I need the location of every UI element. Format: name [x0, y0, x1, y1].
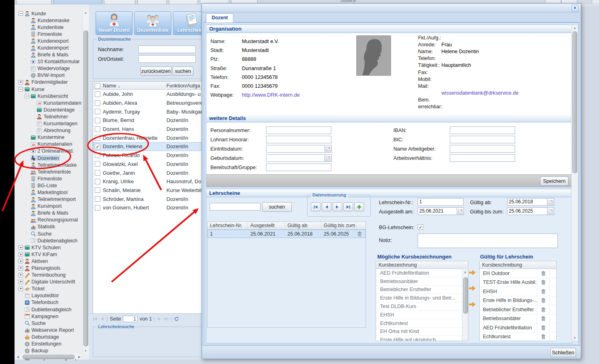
sidebar-item-dublettenabgleich[interactable]: Dublettenabgleich [15, 237, 82, 244]
suchen-button[interactable]: suchen [173, 66, 193, 76]
kursbeschreibung-item-betriebssanitäter[interactable]: Betriebssanitäter [480, 314, 556, 324]
refresh-icon[interactable] [174, 316, 179, 321]
sidebar-item-dozenten[interactable]: Dozenten [15, 155, 82, 161]
delete-icon[interactable] [541, 307, 546, 312]
nachname-input[interactable] [138, 46, 196, 53]
kursbezeichnung-item-aed-frühdefibrillation[interactable]: AED Frühdefibrillation [376, 269, 462, 277]
sidebar-item-dozententage[interactable]: Dozententage [15, 106, 82, 113]
name-arbeitgeber-input[interactable] [450, 145, 515, 153]
tree-expander-icon[interactable] [19, 287, 23, 291]
table-row-fahron-ricardo[interactable]: Fahron, RicardoDozent/in [93, 151, 210, 160]
scroll-down-icon[interactable]: ▼ [572, 336, 578, 340]
delete-icon[interactable] [541, 279, 546, 285]
geburtsdatum-input[interactable] [266, 154, 332, 162]
lehrschein-suchen-button[interactable]: suchen [262, 202, 292, 212]
first-page-icon[interactable] [93, 316, 98, 321]
schliessen-button[interactable]: Schließen [550, 348, 576, 357]
sidebar-item-kundenmaske[interactable]: Kundenmaske [15, 17, 82, 24]
sidebar-item-kundenexport[interactable]: Kundenexport [15, 37, 82, 44]
sidebar-item-kunde[interactable]: Kunde [15, 10, 82, 17]
sidebar-item-terminbuchung[interactable]: Terminbuchung [15, 272, 82, 279]
sidebar-item-geburtstage[interactable]: Geburtstage [15, 333, 82, 340]
kursbeschreibung-item-ehsh[interactable]: EHSH [480, 287, 556, 296]
row-checkbox[interactable] [95, 144, 100, 149]
prev-record-button[interactable] [322, 203, 331, 211]
row-checkbox[interactable] [95, 179, 100, 184]
sidebar-item-kurstermine[interactable]: Kurstermine [15, 134, 82, 141]
sidebar-item-statistik[interactable]: Statistik [15, 223, 82, 230]
kursbeschreibung-item-test-erste-hilfe-ausbil[interactable]: TEST-Erste Hilfe Ausbil... [480, 278, 556, 287]
lohnart-honorar-input[interactable] [266, 136, 331, 143]
row-checkbox[interactable] [95, 100, 100, 106]
gültig-bis-zum-input[interactable]: 25.06.2025 [507, 207, 554, 215]
row-checkbox[interactable] [95, 91, 100, 97]
personalnummer-input[interactable] [266, 126, 331, 134]
column-lehrschein-nr[interactable]: Lehrschein-Nr. [208, 222, 248, 229]
delete-icon[interactable] [357, 231, 362, 237]
sidebar-item-wiedervorlage[interactable]: Wiedervorlage [15, 65, 82, 72]
table-row-goethe-janin[interactable]: Goethe, JaninDozent/in [93, 168, 210, 177]
calendar-icon[interactable] [547, 208, 554, 215]
sidebar-item-abrechnung[interactable]: Abrechnung [15, 127, 82, 134]
sidebar-item-teilnehmer[interactable]: Teilnehmer [15, 113, 82, 120]
webpage-link[interactable]: http://www.DRK-intern.de [242, 92, 300, 98]
kursbeschreibung-item-erste-hilfe-in-bildungs[interactable]: Erste Hilfe in Bildungs-... [480, 296, 556, 306]
tree-expander-icon[interactable] [19, 252, 23, 256]
dialog-vertical-scrollbar[interactable]: ▲ ▼ [571, 25, 578, 341]
add-record-button[interactable] [354, 203, 364, 211]
delete-icon[interactable] [541, 289, 546, 294]
tree-expander-icon[interactable] [25, 94, 29, 98]
sidebar-horizontal-scrollbar[interactable]: ◀ ▶ [15, 354, 82, 359]
row-checkbox[interactable] [95, 126, 100, 132]
sidebar-item-bvw-import[interactable]: BVW-Import [15, 72, 82, 79]
sidebar-item-backup[interactable]: Backup [15, 347, 82, 354]
delete-icon[interactable] [541, 334, 546, 339]
sidebar-item-dublettenabgleich[interactable]: Dublettenabgleich [15, 306, 82, 313]
next-page-icon[interactable] [157, 316, 162, 321]
table-row-dozentenfrau-henriette[interactable]: Dozentenfrau, HenrietteDozent/in [93, 133, 210, 142]
row-checkbox[interactable] [95, 153, 100, 158]
list-scrollbar[interactable]: ▲ [462, 269, 468, 341]
page-input[interactable]: 1 [123, 316, 137, 322]
sidebar-item-planungtools[interactable]: Planungtools [15, 265, 82, 271]
column-name[interactable]: Name▲ [102, 83, 166, 89]
delete-icon[interactable] [541, 271, 546, 276]
row-checkbox[interactable] [95, 187, 100, 193]
sidebar-item-bg-liste[interactable]: BG-Liste [15, 182, 82, 189]
scroll-up-icon[interactable]: ▲ [462, 270, 468, 274]
scroll-left-icon[interactable]: ◀ [16, 355, 19, 359]
delete-icon[interactable] [541, 298, 546, 303]
sidebar-item-teilnehmerliste[interactable]: Teilnehmerliste [15, 168, 82, 175]
table-row-glowatzki-axel[interactable]: Glowatzki, AxelDozent/in [93, 160, 210, 169]
row-checkbox[interactable] [95, 170, 100, 176]
kursbeschreibung-item-echtkurstest[interactable]: Echtkurstest [480, 333, 556, 341]
gültig-ab-input[interactable]: 25.06.2018 [507, 198, 554, 206]
sidebar-item-ktv-kifam[interactable]: KTV KiFam [15, 251, 82, 258]
bereitschaft-gruppe-input[interactable] [266, 163, 331, 171]
next-record-button[interactable] [333, 203, 342, 211]
mail-link[interactable]: wissensdatenbank@drkservice.de [441, 90, 518, 96]
transfer-arrow-icon[interactable] [468, 301, 476, 308]
calendar-icon[interactable] [324, 145, 331, 152]
tree-expander-icon[interactable] [19, 273, 23, 277]
column-gültig-bis-zum[interactable]: Gültig bis zum [321, 222, 357, 229]
row-checkbox[interactable] [95, 135, 100, 141]
sidebar-item-kursimport[interactable]: Kursimport [15, 203, 82, 210]
close-icon[interactable]: ✕ [572, 5, 578, 11]
table-row-dozent-hans[interactable]: Dozent, HansDozent/in [93, 125, 210, 134]
iban-input[interactable] [450, 126, 515, 134]
sidebar-item-kursübersicht[interactable]: Kursübersicht [15, 93, 82, 99]
eintrittsdatum-input[interactable] [266, 145, 332, 153]
kursbezeichnung-item-eh-oma-mit-kind[interactable]: EH Oma mit Kind [376, 328, 462, 336]
speichern-button[interactable]: Speichern [540, 176, 568, 186]
row-checkbox[interactable] [95, 109, 100, 114]
sidebar-item-einstellungen[interactable]: Einstellungen [15, 341, 82, 347]
column-kursbeschreibung[interactable]: Kursbeschreibung [480, 262, 556, 268]
sidebar-item-marketingtool[interactable]: Marketingtool [15, 189, 82, 196]
select-all-checkbox[interactable] [95, 83, 100, 89]
sidebar-item-rechnungsjournal[interactable]: Rechnungsjournal [15, 217, 82, 223]
scrollbar-thumb[interactable] [572, 31, 577, 173]
row-checkbox[interactable] [95, 161, 100, 167]
table-row-schröder-martina[interactable]: Schröder, MartinaDozent/in [93, 194, 210, 203]
column-kursbezeichnung[interactable]: Kursbezeichnung [376, 262, 468, 268]
